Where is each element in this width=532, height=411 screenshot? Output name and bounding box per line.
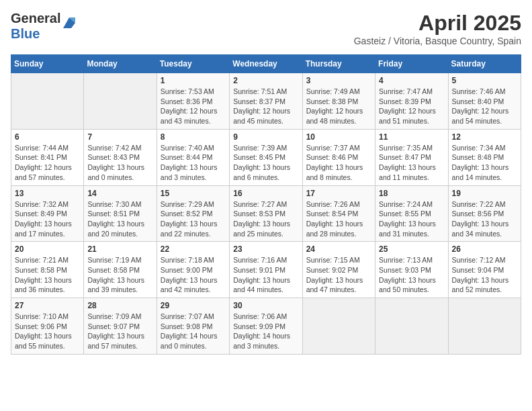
calendar-cell: 23Sunrise: 7:16 AMSunset: 9:01 PMDayligh… (230, 242, 302, 298)
day-info: Sunrise: 7:39 AMSunset: 8:45 PMDaylight:… (233, 143, 298, 183)
day-number: 6 (15, 132, 80, 142)
day-info: Sunrise: 7:21 AMSunset: 8:58 PMDaylight:… (15, 255, 80, 295)
weekday-header-row: SundayMondayTuesdayWednesdayThursdayFrid… (11, 55, 521, 73)
calendar-cell: 14Sunrise: 7:30 AMSunset: 8:51 PMDayligh… (84, 185, 157, 242)
day-number: 2 (233, 76, 298, 85)
day-info: Sunrise: 7:19 AMSunset: 8:58 PMDaylight:… (87, 255, 152, 295)
day-number: 19 (452, 189, 517, 198)
logo-icon (62, 16, 77, 31)
calendar-cell: 12Sunrise: 7:34 AMSunset: 8:48 PMDayligh… (448, 129, 521, 185)
calendar-cell: 24Sunrise: 7:15 AMSunset: 9:02 PMDayligh… (302, 242, 375, 298)
calendar-cell: 19Sunrise: 7:22 AMSunset: 8:56 PMDayligh… (448, 185, 521, 242)
weekday-header: Thursday (302, 55, 375, 73)
day-number: 27 (15, 301, 80, 310)
day-info: Sunrise: 7:34 AMSunset: 8:48 PMDaylight:… (452, 143, 517, 183)
day-info: Sunrise: 7:16 AMSunset: 9:01 PMDaylight:… (233, 255, 298, 295)
calendar-cell (448, 298, 521, 355)
calendar-week-row: 1Sunrise: 7:53 AMSunset: 8:36 PMDaylight… (11, 73, 521, 130)
calendar-cell: 7Sunrise: 7:42 AMSunset: 8:43 PMDaylight… (84, 129, 157, 185)
day-info: Sunrise: 7:53 AMSunset: 8:36 PMDaylight:… (161, 87, 226, 126)
day-info: Sunrise: 7:32 AMSunset: 8:49 PMDaylight:… (15, 199, 80, 239)
day-number: 17 (306, 189, 371, 198)
calendar-cell: 3Sunrise: 7:49 AMSunset: 8:38 PMDaylight… (302, 73, 375, 130)
calendar-cell: 16Sunrise: 7:27 AMSunset: 8:53 PMDayligh… (230, 185, 302, 242)
day-info: Sunrise: 7:42 AMSunset: 8:43 PMDaylight:… (87, 143, 152, 183)
day-number: 21 (87, 244, 152, 254)
day-number: 20 (15, 244, 80, 254)
day-info: Sunrise: 7:46 AMSunset: 8:40 PMDaylight:… (452, 87, 517, 126)
day-info: Sunrise: 7:12 AMSunset: 9:04 PMDaylight:… (452, 255, 517, 295)
day-info: Sunrise: 7:30 AMSunset: 8:51 PMDaylight:… (87, 199, 152, 239)
day-number: 30 (233, 301, 298, 310)
calendar-cell: 26Sunrise: 7:12 AMSunset: 9:04 PMDayligh… (448, 242, 521, 298)
day-number: 13 (15, 189, 80, 198)
day-info: Sunrise: 7:07 AMSunset: 9:08 PMDaylight:… (161, 312, 226, 351)
day-info: Sunrise: 7:22 AMSunset: 8:56 PMDaylight:… (452, 199, 517, 239)
calendar-cell: 28Sunrise: 7:09 AMSunset: 9:07 PMDayligh… (84, 298, 157, 355)
day-number: 14 (87, 189, 152, 198)
day-number: 9 (233, 132, 298, 142)
day-number: 10 (306, 132, 371, 142)
calendar-week-row: 6Sunrise: 7:44 AMSunset: 8:41 PMDaylight… (11, 129, 521, 185)
day-info: Sunrise: 7:15 AMSunset: 9:02 PMDaylight:… (306, 255, 371, 295)
day-info: Sunrise: 7:18 AMSunset: 9:00 PMDaylight:… (161, 255, 226, 295)
day-info: Sunrise: 7:27 AMSunset: 8:53 PMDaylight:… (233, 199, 298, 239)
day-number: 12 (452, 132, 517, 142)
calendar-cell (11, 73, 84, 130)
logo: General Blue (11, 11, 77, 42)
day-number: 3 (306, 76, 371, 85)
day-info: Sunrise: 7:29 AMSunset: 8:52 PMDaylight:… (161, 199, 226, 239)
weekday-header: Wednesday (230, 55, 302, 73)
calendar-cell: 15Sunrise: 7:29 AMSunset: 8:52 PMDayligh… (157, 185, 229, 242)
day-number: 22 (161, 244, 226, 254)
day-number: 24 (306, 244, 371, 254)
title-block: April 2025 Gasteiz / Vitoria, Basque Cou… (354, 11, 521, 46)
weekday-header: Sunday (11, 55, 84, 73)
calendar-cell (302, 298, 375, 355)
calendar-cell: 21Sunrise: 7:19 AMSunset: 8:58 PMDayligh… (84, 242, 157, 298)
day-number: 23 (233, 244, 298, 254)
day-info: Sunrise: 7:26 AMSunset: 8:54 PMDaylight:… (306, 199, 371, 239)
calendar-cell: 18Sunrise: 7:24 AMSunset: 8:55 PMDayligh… (375, 185, 448, 242)
calendar-cell: 5Sunrise: 7:46 AMSunset: 8:40 PMDaylight… (448, 73, 521, 130)
day-info: Sunrise: 7:40 AMSunset: 8:44 PMDaylight:… (161, 143, 226, 183)
weekday-header: Saturday (448, 55, 521, 73)
day-number: 5 (452, 76, 517, 85)
calendar-week-row: 20Sunrise: 7:21 AMSunset: 8:58 PMDayligh… (11, 242, 521, 298)
day-info: Sunrise: 7:37 AMSunset: 8:46 PMDaylight:… (306, 143, 371, 183)
day-number: 25 (379, 244, 444, 254)
day-number: 15 (161, 189, 226, 198)
calendar-cell (375, 298, 448, 355)
weekday-header: Tuesday (157, 55, 229, 73)
day-info: Sunrise: 7:10 AMSunset: 9:06 PMDaylight:… (15, 312, 80, 351)
calendar-cell: 10Sunrise: 7:37 AMSunset: 8:46 PMDayligh… (302, 129, 375, 185)
day-number: 26 (452, 244, 517, 254)
day-info: Sunrise: 7:51 AMSunset: 8:37 PMDaylight:… (233, 87, 298, 126)
page-header: General Blue April 2025 Gasteiz / Vitori… (11, 11, 521, 46)
calendar-cell: 13Sunrise: 7:32 AMSunset: 8:49 PMDayligh… (11, 185, 84, 242)
day-number: 28 (87, 301, 152, 310)
calendar-cell: 11Sunrise: 7:35 AMSunset: 8:47 PMDayligh… (375, 129, 448, 185)
calendar-cell: 25Sunrise: 7:13 AMSunset: 9:03 PMDayligh… (375, 242, 448, 298)
logo-general: General (11, 11, 60, 26)
calendar-cell: 17Sunrise: 7:26 AMSunset: 8:54 PMDayligh… (302, 185, 375, 242)
weekday-header: Friday (375, 55, 448, 73)
calendar-cell: 8Sunrise: 7:40 AMSunset: 8:44 PMDaylight… (157, 129, 229, 185)
day-number: 18 (379, 189, 444, 198)
calendar-cell: 9Sunrise: 7:39 AMSunset: 8:45 PMDaylight… (230, 129, 302, 185)
logo-blue: Blue (11, 26, 40, 41)
day-info: Sunrise: 7:24 AMSunset: 8:55 PMDaylight:… (379, 199, 444, 239)
day-info: Sunrise: 7:06 AMSunset: 9:09 PMDaylight:… (233, 312, 298, 351)
calendar-cell: 4Sunrise: 7:47 AMSunset: 8:39 PMDaylight… (375, 73, 448, 130)
calendar-cell (84, 73, 157, 130)
day-number: 8 (161, 132, 226, 142)
day-number: 1 (161, 76, 226, 85)
calendar-cell: 1Sunrise: 7:53 AMSunset: 8:36 PMDaylight… (157, 73, 229, 130)
calendar-cell: 22Sunrise: 7:18 AMSunset: 9:00 PMDayligh… (157, 242, 229, 298)
day-info: Sunrise: 7:13 AMSunset: 9:03 PMDaylight:… (379, 255, 444, 295)
logo-text: General Blue (11, 11, 60, 42)
weekday-header: Monday (84, 55, 157, 73)
day-info: Sunrise: 7:35 AMSunset: 8:47 PMDaylight:… (379, 143, 444, 183)
calendar-cell: 2Sunrise: 7:51 AMSunset: 8:37 PMDaylight… (230, 73, 302, 130)
day-info: Sunrise: 7:49 AMSunset: 8:38 PMDaylight:… (306, 87, 371, 126)
